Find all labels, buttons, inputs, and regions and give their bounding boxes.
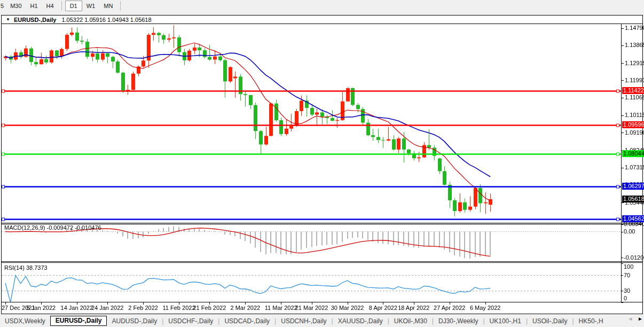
tab-scroll-right-icon[interactable]: ► [638, 316, 643, 322]
chart-canvas[interactable] [0, 0, 644, 327]
tab-scroll-arrows: ◄ ► [626, 316, 643, 322]
tab-scroll-left-icon[interactable]: ◄ [627, 316, 633, 322]
trading-terminal: 5M30H1H4D1W1MN ▼ EURUSD-,Daily 1.05322 1… [0, 0, 644, 327]
